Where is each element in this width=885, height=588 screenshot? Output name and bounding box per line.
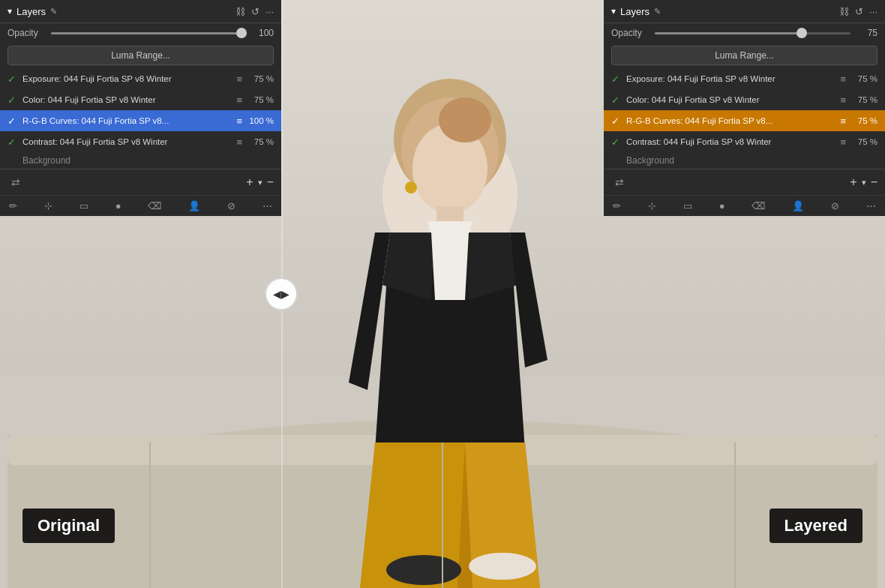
left-opacity-thumb[interactable] bbox=[236, 28, 247, 38]
right-eraser-icon[interactable]: ⌫ bbox=[748, 199, 768, 213]
left-minus-btn[interactable]: − bbox=[267, 176, 274, 189]
left-gradient-icon[interactable]: ⊹ bbox=[41, 199, 56, 213]
left-layer-2-name: Color: 044 Fuji Fortia SP v8 Winter bbox=[22, 95, 232, 104]
right-mask-icon[interactable]: ⋯ bbox=[863, 199, 879, 213]
left-settings-small-icon[interactable]: ⇄ bbox=[8, 174, 24, 190]
right-layer-1-name: Exposure: 044 Fuji Fortia SP v8 Winter bbox=[626, 74, 836, 83]
left-header-icons: ⛓ ↺ ··· bbox=[236, 6, 274, 17]
left-layer-1-name: Exposure: 044 Fuji Fortia SP v8 Winter bbox=[22, 74, 232, 83]
right-opacity-slider[interactable] bbox=[655, 32, 850, 34]
right-opacity-value: 75 bbox=[856, 28, 878, 38]
right-link-icon[interactable]: ⛓ bbox=[839, 6, 849, 17]
right-edit-icon[interactable]: ✎ bbox=[654, 7, 661, 16]
right-layer-1-pct: 75 % bbox=[850, 74, 878, 83]
right-person-icon[interactable]: 👤 bbox=[789, 199, 807, 213]
right-layer-3-name: R-G-B Curves: 044 Fuji Fortia SP v8... bbox=[626, 116, 836, 125]
right-layer-3-settings[interactable]: ≡ bbox=[840, 116, 846, 127]
right-layer-1-settings[interactable]: ≡ bbox=[840, 74, 846, 85]
right-layer-1-check[interactable]: ✓ bbox=[611, 74, 622, 85]
right-layer-2-check[interactable]: ✓ bbox=[611, 94, 622, 106]
left-person-icon[interactable]: 👤 bbox=[185, 199, 203, 213]
left-link-icon[interactable]: ⛓ bbox=[236, 6, 245, 17]
right-layer-4-pct: 75 % bbox=[850, 137, 878, 146]
original-label: Original bbox=[22, 508, 115, 543]
left-rect-icon[interactable]: ▭ bbox=[76, 199, 92, 213]
right-layer-1[interactable]: ✓ Exposure: 044 Fuji Fortia SP v8 Winter… bbox=[604, 68, 885, 89]
right-gradient-icon[interactable]: ⊹ bbox=[645, 199, 659, 213]
right-layer-2-pct: 75 % bbox=[850, 95, 878, 104]
left-layers-panel: ▾ Layers ✎ ⛓ ↺ ··· Opacity 100 Luma Rang… bbox=[0, 0, 281, 216]
right-add-btn[interactable]: + bbox=[850, 176, 856, 189]
right-layer-4-check[interactable]: ✓ bbox=[611, 136, 622, 148]
left-layer-3-name: R-G-B Curves: 044 Fuji Fortia SP v8... bbox=[22, 116, 232, 125]
right-layers-bottom: ⇄ + ▾ − bbox=[604, 169, 885, 195]
svg-point-24 bbox=[439, 98, 491, 142]
left-layer-1-check[interactable]: ✓ bbox=[8, 74, 18, 85]
right-layer-4-settings[interactable]: ≡ bbox=[840, 136, 846, 148]
split-handle[interactable]: ◀▶ bbox=[265, 278, 298, 310]
right-bottom-left: ⇄ bbox=[611, 174, 628, 190]
right-layer-2[interactable]: ✓ Color: 044 Fuji Fortia SP v8 Winter ≡ … bbox=[604, 89, 885, 110]
right-add-minus-group: + ▾ − bbox=[850, 176, 878, 189]
right-mask-clear-icon[interactable]: ⊘ bbox=[828, 199, 842, 213]
right-chevron-icon: ▾ bbox=[611, 6, 616, 16]
left-panel-title: Layers bbox=[16, 6, 46, 17]
left-mask-icon[interactable]: ⋯ bbox=[260, 199, 275, 213]
svg-point-19 bbox=[386, 555, 461, 585]
left-add-btn[interactable]: + bbox=[246, 176, 253, 189]
left-layer-1[interactable]: ✓ Exposure: 044 Fuji Fortia SP v8 Winter… bbox=[0, 68, 281, 89]
left-opacity-label: Opacity bbox=[8, 28, 45, 38]
right-layer-3-pct: 75 % bbox=[850, 116, 878, 125]
left-layer-1-settings[interactable]: ≡ bbox=[236, 74, 242, 85]
left-circle-icon[interactable]: ● bbox=[112, 199, 124, 213]
left-mask-clear-icon[interactable]: ⊘ bbox=[224, 199, 238, 213]
left-title-group: ▾ Layers ✎ bbox=[8, 6, 57, 17]
svg-point-20 bbox=[469, 553, 536, 580]
right-layer-2-settings[interactable]: ≡ bbox=[840, 94, 846, 106]
left-layer-2-pct: 75 % bbox=[247, 95, 274, 104]
left-layer-3-settings[interactable]: ≡ bbox=[236, 116, 242, 127]
left-opacity-value: 100 bbox=[253, 28, 274, 38]
right-layer-4[interactable]: ✓ Contrast: 044 Fuji Fortia SP v8 Winter… bbox=[604, 131, 885, 152]
right-toolbar: ✏ ⊹ ▭ ● ⌫ 👤 ⊘ ⋯ bbox=[604, 195, 885, 216]
left-layer-4-pct: 75 % bbox=[247, 137, 274, 146]
left-brush-icon[interactable]: ✏ bbox=[6, 199, 20, 213]
right-add-arrow[interactable]: ▾ bbox=[862, 178, 866, 188]
left-refresh-icon[interactable]: ↺ bbox=[251, 6, 260, 17]
right-luma-range-btn[interactable]: Luma Range... bbox=[611, 46, 878, 65]
left-background-label: Background bbox=[0, 152, 281, 169]
left-add-minus-group: + ▾ − bbox=[246, 176, 274, 189]
left-layer-3[interactable]: ✓ R-G-B Curves: 044 Fuji Fortia SP v8...… bbox=[0, 110, 281, 131]
right-refresh-icon[interactable]: ↺ bbox=[855, 6, 863, 17]
left-layer-4-check[interactable]: ✓ bbox=[8, 136, 18, 148]
right-title-group: ▾ Layers ✎ bbox=[611, 6, 661, 17]
left-opacity-row: Opacity 100 bbox=[0, 23, 281, 43]
left-luma-range-btn[interactable]: Luma Range... bbox=[8, 46, 274, 65]
left-layer-3-pct: 100 % bbox=[247, 116, 274, 125]
left-eraser-icon[interactable]: ⌫ bbox=[145, 199, 164, 213]
right-minus-btn[interactable]: − bbox=[871, 176, 878, 189]
right-brush-icon[interactable]: ✏ bbox=[610, 199, 624, 213]
right-circle-icon[interactable]: ● bbox=[716, 199, 728, 213]
left-layers-bottom: ⇄ + ▾ − bbox=[0, 169, 281, 195]
left-layer-2-check[interactable]: ✓ bbox=[8, 94, 18, 106]
right-rect-icon[interactable]: ▭ bbox=[680, 199, 695, 213]
left-layer-3-check[interactable]: ✓ bbox=[8, 116, 18, 127]
right-layer-3[interactable]: ✓ R-G-B Curves: 044 Fuji Fortia SP v8...… bbox=[604, 110, 885, 131]
left-layer-2-settings[interactable]: ≡ bbox=[236, 94, 242, 106]
left-layer-4-settings[interactable]: ≡ bbox=[236, 136, 242, 148]
left-layer-4[interactable]: ✓ Contrast: 044 Fuji Fortia SP v8 Winter… bbox=[0, 131, 281, 152]
right-layer-3-check[interactable]: ✓ bbox=[611, 116, 622, 127]
left-layer-2[interactable]: ✓ Color: 044 Fuji Fortia SP v8 Winter ≡ … bbox=[0, 89, 281, 110]
right-opacity-fill bbox=[655, 32, 802, 34]
left-toolbar: ✏ ⊹ ▭ ● ⌫ 👤 ⊘ ⋯ bbox=[0, 195, 281, 216]
right-settings-small-icon[interactable]: ⇄ bbox=[611, 174, 628, 190]
left-add-arrow[interactable]: ▾ bbox=[258, 178, 262, 188]
right-opacity-thumb[interactable] bbox=[796, 28, 807, 38]
left-opacity-slider[interactable] bbox=[51, 32, 247, 34]
left-edit-icon[interactable]: ✎ bbox=[50, 7, 57, 16]
right-more-icon[interactable]: ··· bbox=[869, 6, 878, 17]
left-layer-1-pct: 75 % bbox=[247, 74, 274, 83]
left-chevron-icon: ▾ bbox=[8, 6, 12, 16]
left-more-icon[interactable]: ··· bbox=[266, 6, 274, 17]
